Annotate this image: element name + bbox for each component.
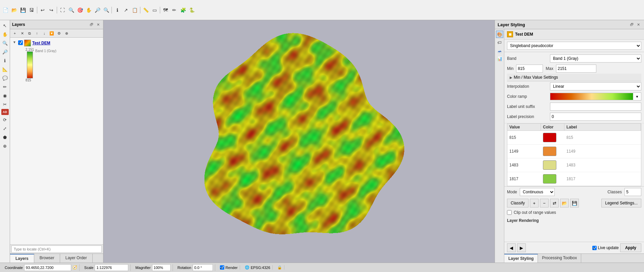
export-file-btn[interactable]: 💾 bbox=[570, 199, 579, 207]
renderer-select[interactable]: Singleband pseudocolor Singleband gray P… bbox=[507, 42, 641, 50]
remove-layer-btn[interactable]: ✕ bbox=[19, 30, 26, 37]
save-project-btn[interactable]: 💾 bbox=[19, 6, 27, 14]
load-file-btn[interactable]: 📂 bbox=[560, 199, 569, 207]
row-color-3[interactable] bbox=[543, 174, 556, 184]
attribute-btn[interactable]: 📋 bbox=[131, 6, 139, 14]
style-histogram-icon[interactable]: 📊 bbox=[496, 55, 503, 62]
clip-checkbox[interactable] bbox=[507, 210, 512, 215]
row-color-1[interactable] bbox=[543, 147, 556, 156]
move-tool[interactable]: ⤢ bbox=[1, 124, 9, 132]
coordinate-input[interactable] bbox=[24, 264, 71, 271]
add-class-btn[interactable]: + bbox=[530, 199, 539, 207]
style-labels-icon[interactable]: 🏷 bbox=[496, 39, 503, 46]
zoom-selection-btn[interactable]: 🎯 bbox=[76, 6, 84, 14]
duplicate-layer-btn[interactable]: ⧉ bbox=[26, 30, 33, 37]
measure-tool[interactable]: 📐 bbox=[1, 65, 9, 73]
tab-browser[interactable]: Browser bbox=[34, 254, 60, 263]
identify-btn[interactable]: ℹ bbox=[113, 6, 121, 14]
apply-button[interactable]: Apply bbox=[620, 243, 641, 252]
add-layer-btn[interactable]: + bbox=[11, 30, 18, 37]
move-layer-down-btn[interactable]: ↓ bbox=[41, 30, 48, 37]
filter-layer-btn[interactable]: 🔽 bbox=[48, 30, 55, 37]
rotate-tool[interactable]: ⟳ bbox=[1, 116, 9, 124]
zoom-in-btn[interactable]: 🔎 bbox=[93, 6, 101, 14]
right-panel-close-btn[interactable]: ✕ bbox=[635, 22, 641, 28]
zoom-out-tool[interactable]: 🔎 bbox=[1, 48, 9, 56]
band-select[interactable]: Band 1 (Gray) bbox=[550, 54, 641, 63]
classify-button[interactable]: Classify bbox=[507, 199, 528, 207]
classes-spinbox[interactable] bbox=[625, 188, 641, 196]
split-tool[interactable]: ✂ bbox=[1, 100, 9, 108]
remove-class-btn[interactable]: − bbox=[540, 199, 549, 207]
color-ramp-preview[interactable] bbox=[550, 93, 633, 100]
layer-search-input[interactable] bbox=[11, 245, 102, 253]
reverse-colors-btn[interactable]: ⇄ bbox=[550, 199, 559, 207]
rotation-input[interactable] bbox=[193, 264, 213, 271]
layer-name-label[interactable]: Test DEM bbox=[32, 41, 50, 45]
row-color-0[interactable] bbox=[543, 133, 556, 142]
layer-visibility-checkbox[interactable] bbox=[18, 40, 23, 45]
color-ramp-dropdown-btn[interactable]: ▼ bbox=[633, 92, 641, 101]
zoom-in-tool[interactable]: 🔍 bbox=[1, 39, 9, 47]
redo-btn[interactable]: ↪ bbox=[47, 6, 55, 14]
legend-gradient bbox=[27, 51, 33, 78]
node-tool[interactable]: ◉ bbox=[1, 91, 9, 100]
measure-area-btn[interactable]: ▭ bbox=[150, 6, 158, 14]
zoom-layer-btn2[interactable]: ⊕ bbox=[63, 30, 70, 37]
legend-max-label: 2,151 bbox=[26, 48, 34, 51]
new-project-btn[interactable]: 📄 bbox=[1, 6, 9, 14]
python-btn[interactable]: 🐍 bbox=[188, 6, 196, 14]
select-tool[interactable]: ↖ bbox=[1, 22, 9, 30]
style-3d-icon[interactable]: 🗻 bbox=[496, 47, 503, 54]
style-properties-icon[interactable]: 🎨 bbox=[496, 31, 503, 38]
right-panel-restore-btn[interactable]: 🗗 bbox=[629, 22, 635, 28]
undo-btn[interactable]: ↩ bbox=[39, 6, 47, 14]
identify-tool[interactable]: ℹ bbox=[1, 56, 9, 65]
open-layer-btn[interactable]: 🗺 bbox=[162, 6, 170, 14]
tab-layers[interactable]: Layers bbox=[10, 254, 34, 263]
restore-panel-btn[interactable]: 🗗 bbox=[88, 22, 94, 28]
tab-processing-toolbox[interactable]: Processing Toolbox bbox=[538, 254, 581, 263]
annotation-tool[interactable]: 💬 bbox=[1, 74, 9, 82]
interpolation-select[interactable]: Linear Discrete Exact bbox=[550, 82, 641, 90]
close-panel-btn[interactable]: ✕ bbox=[95, 22, 101, 28]
live-update-checkbox[interactable] bbox=[592, 246, 597, 250]
right-panel-title-label: Layer Styling bbox=[498, 22, 525, 27]
tab-layer-order[interactable]: Layer Order bbox=[60, 254, 93, 263]
scale-input[interactable] bbox=[95, 264, 128, 271]
plugins-btn[interactable]: 🧩 bbox=[179, 6, 187, 14]
open-project-btn[interactable]: 📂 bbox=[10, 6, 18, 14]
digitize-tool[interactable]: ⬟ bbox=[1, 133, 9, 141]
save-as-btn[interactable]: 🖫 bbox=[28, 6, 36, 14]
vertex-tool[interactable]: ⊕ bbox=[1, 142, 9, 150]
ad-tool[interactable]: AD bbox=[1, 109, 9, 115]
properties-btn[interactable]: ⚙ bbox=[56, 30, 62, 37]
max-input[interactable] bbox=[556, 65, 596, 73]
min-input[interactable] bbox=[516, 65, 543, 73]
minmax-toggle[interactable]: ▶ Min / Max Value Settings bbox=[507, 74, 641, 81]
row-color-2[interactable] bbox=[543, 160, 556, 170]
edit-tool[interactable]: ✏ bbox=[1, 83, 9, 91]
render-checkbox[interactable] bbox=[220, 265, 224, 270]
legend-settings-button[interactable]: Legend Settings... bbox=[601, 199, 641, 207]
clip-label: Clip out of range values bbox=[514, 210, 556, 215]
pan-tool[interactable]: ✋ bbox=[1, 30, 9, 38]
zoom-layer-btn[interactable]: 🔍 bbox=[67, 6, 75, 14]
layer-expand-icon[interactable]: ▼ bbox=[12, 40, 17, 44]
nav-back-btn[interactable]: ◀ bbox=[507, 243, 516, 252]
mode-select[interactable]: Continuous Equal Interval Quantile bbox=[520, 188, 555, 196]
label-unit-suffix-input[interactable] bbox=[550, 103, 641, 111]
move-layer-up-btn[interactable]: ↑ bbox=[34, 30, 40, 37]
label-precision-input[interactable] bbox=[550, 113, 641, 121]
zoom-full-btn[interactable]: ⛶ bbox=[58, 6, 66, 14]
nav-forward-btn[interactable]: ▶ bbox=[517, 243, 526, 252]
map-canvas[interactable] bbox=[103, 20, 495, 263]
digitize-btn[interactable]: ✏ bbox=[170, 6, 178, 14]
zoom-out-btn[interactable]: 🔍 bbox=[102, 6, 110, 14]
select-btn[interactable]: ↗ bbox=[122, 6, 130, 14]
pan-btn[interactable]: ✋ bbox=[85, 6, 93, 14]
layers-bottom-tabs: Layers Browser Layer Order bbox=[10, 254, 103, 263]
measure-btn[interactable]: 📏 bbox=[142, 6, 150, 14]
tab-layer-styling[interactable]: Layer Styling bbox=[504, 254, 538, 263]
magnifier-input[interactable] bbox=[152, 264, 171, 271]
